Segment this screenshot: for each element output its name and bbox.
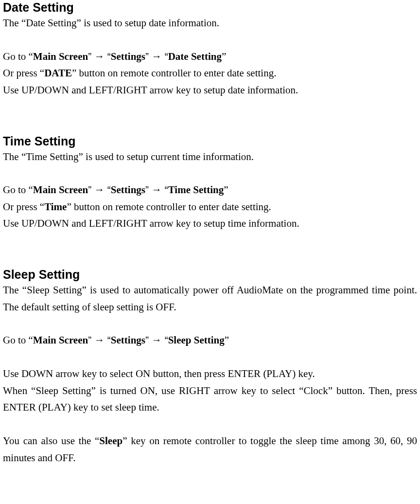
text: ” bbox=[224, 184, 228, 196]
section-time-setting: Time Setting The “Time Setting” is used … bbox=[3, 134, 417, 233]
arrow-icon: ” → “ bbox=[88, 184, 111, 195]
remote-instruction-time: Or press “Time” button on remote control… bbox=[3, 198, 417, 216]
text: Or press “ bbox=[3, 201, 44, 213]
usage-sleep-clock: When “Sleep Setting” is turned ON, use R… bbox=[3, 382, 417, 416]
spacer bbox=[3, 32, 417, 48]
spacer bbox=[3, 349, 417, 365]
section-sleep-setting: Sleep Setting The “Sleep Setting” is use… bbox=[3, 267, 417, 466]
remote-button-time: Time bbox=[44, 201, 67, 213]
section-date-setting: Date Setting The “Date Setting” is used … bbox=[3, 0, 417, 99]
spacer bbox=[3, 232, 417, 267]
spacer bbox=[3, 165, 417, 181]
nav-step-main-screen: Main Screen bbox=[33, 184, 88, 196]
heading-sleep-setting: Sleep Setting bbox=[3, 267, 417, 282]
desc-date-setting: The “Date Setting” is used to setup date… bbox=[3, 15, 417, 32]
text: ” bbox=[225, 334, 229, 346]
nav-step-settings: Settings bbox=[111, 184, 145, 196]
usage-time: Use UP/DOWN and LEFT/RIGHT arrow key to … bbox=[3, 215, 417, 232]
nav-step-settings: Settings bbox=[111, 334, 145, 346]
nav-path-sleep: Go to “Main Screen” → “Settings” → “Slee… bbox=[3, 332, 417, 349]
nav-step-sleep-setting: Sleep Setting bbox=[168, 334, 225, 346]
remote-instruction-date: Or press “DATE” button on remote control… bbox=[3, 65, 417, 82]
arrow-icon: ” → “ bbox=[88, 334, 111, 345]
heading-time-setting: Time Setting bbox=[3, 134, 417, 148]
text: ” button on remote controller to enter d… bbox=[72, 67, 276, 79]
nav-step-time-setting: Time Setting bbox=[168, 184, 224, 196]
spacer bbox=[3, 416, 417, 432]
text: You can also use the “ bbox=[3, 435, 99, 447]
remote-button-sleep: Sleep bbox=[99, 435, 122, 447]
spacer bbox=[3, 315, 417, 332]
nav-step-main-screen: Main Screen bbox=[33, 334, 88, 346]
desc-time-setting: The “Time Setting” is used to setup curr… bbox=[3, 148, 417, 165]
arrow-icon: ” → “ bbox=[88, 51, 111, 62]
nav-step-main-screen: Main Screen bbox=[33, 51, 88, 62]
text: ” button on remote controller to enter d… bbox=[67, 201, 271, 213]
spacer bbox=[3, 99, 417, 134]
arrow-icon: ” → “ bbox=[145, 334, 168, 345]
text: Go to “ bbox=[3, 334, 33, 346]
arrow-icon: ” → “ bbox=[145, 184, 168, 195]
remote-button-date: DATE bbox=[44, 67, 72, 79]
text: ” bbox=[222, 51, 226, 62]
nav-step-date-setting: Date Setting bbox=[168, 51, 222, 62]
nav-path-time: Go to “Main Screen” → “Settings” → “Time… bbox=[3, 181, 417, 198]
text: Go to “ bbox=[3, 51, 33, 62]
text: Go to “ bbox=[3, 184, 33, 196]
heading-date-setting: Date Setting bbox=[3, 0, 417, 15]
text: Or press “ bbox=[3, 67, 44, 79]
desc-sleep-setting: The “Sleep Setting” is used to automatic… bbox=[3, 282, 417, 315]
usage-sleep-on: Use DOWN arrow key to select ON button, … bbox=[3, 365, 417, 382]
nav-step-settings: Settings bbox=[111, 51, 145, 62]
usage-date: Use UP/DOWN and LEFT/RIGHT arrow key to … bbox=[3, 82, 417, 99]
nav-path-date: Go to “Main Screen” → “Settings” → “Date… bbox=[3, 48, 417, 65]
remote-instruction-sleep: You can also use the “Sleep” key on remo… bbox=[3, 432, 417, 466]
arrow-icon: ” → “ bbox=[145, 51, 168, 62]
